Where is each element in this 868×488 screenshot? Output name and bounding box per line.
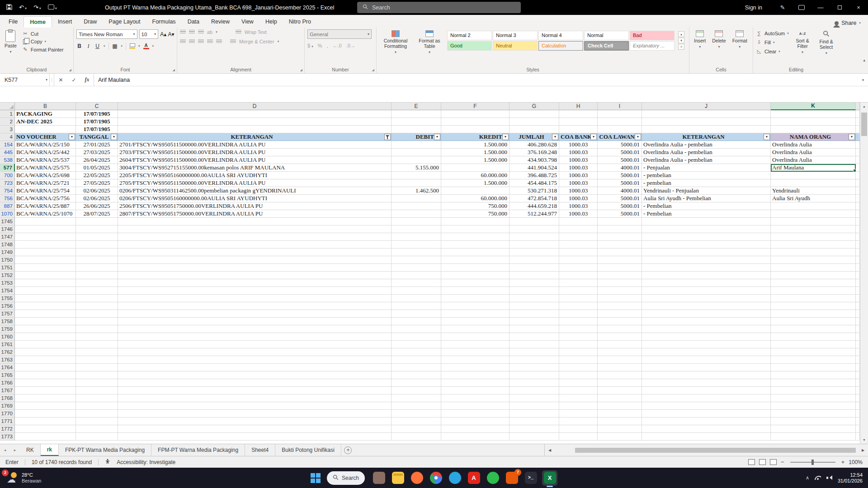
cell-K538[interactable]: Overlindra Aulia [771, 156, 856, 164]
cell-E1752[interactable] [392, 272, 441, 279]
cell-E1762[interactable] [392, 348, 441, 356]
sheet-tab-rk[interactable]: rk [41, 444, 59, 456]
cell-G3[interactable] [509, 126, 559, 133]
cell-B1756[interactable] [15, 302, 76, 310]
sheet-tab-bukti-potong-unifikasi[interactable]: Bukti Potong Unifikasi [275, 444, 341, 456]
cell-B538[interactable]: BCA/WARNA/25/537 [15, 156, 76, 164]
insert-function-button[interactable]: fx [80, 76, 94, 83]
cell-B1770[interactable] [15, 410, 76, 418]
cell-J1766[interactable] [642, 379, 771, 387]
cell-B1070[interactable]: BCA/WARNA/25/1070 [15, 210, 76, 218]
comma-style-button[interactable]: , [326, 43, 328, 48]
row-header-1070[interactable]: 1070 [0, 210, 15, 218]
cell-B1754[interactable] [15, 287, 76, 295]
align-middle-icon[interactable] [189, 30, 195, 34]
cell-B1749[interactable] [15, 249, 76, 256]
cell-D1754[interactable] [118, 287, 392, 295]
cell-H1750[interactable] [559, 256, 598, 264]
cell-C1758[interactable] [76, 318, 118, 325]
cell-D1748[interactable] [118, 241, 392, 249]
cell-G1751[interactable] [509, 264, 559, 272]
cell-K1756[interactable] [771, 302, 856, 310]
cell-x2[interactable] [856, 118, 860, 126]
cell-D887[interactable]: 2506/FTSCY/WS95051750000.00VERLINDRA AUL… [118, 202, 392, 210]
cell-K154[interactable]: Overlindra Aulia [771, 141, 856, 149]
cell-D1762[interactable] [118, 348, 392, 356]
cell-K1747[interactable] [771, 233, 856, 241]
normal-view-button[interactable] [748, 459, 755, 465]
filter-button-coa-lawan-7[interactable]: ▼ [635, 134, 641, 140]
cell-F1749[interactable] [441, 249, 509, 256]
cell-H1762[interactable] [559, 348, 598, 356]
cell-C3[interactable]: 17/07/1905 [76, 126, 118, 133]
cell-E1759[interactable] [392, 325, 441, 333]
cell-E1748[interactable] [392, 241, 441, 249]
cell-G445[interactable]: 376.169.248 [509, 149, 559, 156]
cell-E1757[interactable] [392, 310, 441, 318]
cell-D1768[interactable] [118, 394, 392, 402]
selected-cell[interactable]: Arif Maulana [771, 164, 856, 172]
cell-I1756[interactable] [598, 302, 642, 310]
cell-D1760[interactable] [118, 333, 392, 341]
style-chip-calculation[interactable]: Calculation [538, 41, 583, 51]
undo-button[interactable]: ↶▾ [19, 4, 27, 11]
cell-K1761[interactable] [771, 341, 856, 348]
cell-H887[interactable]: 1000.03 [559, 202, 598, 210]
cell-C154[interactable]: 27/01/2025 [76, 141, 118, 149]
cell-F1754[interactable] [441, 287, 509, 295]
cell-x1753[interactable] [856, 279, 860, 287]
cell-C1770[interactable] [76, 410, 118, 418]
cell-E2[interactable] [392, 118, 441, 126]
cell-I1754[interactable] [598, 287, 642, 295]
cell-K1770[interactable] [771, 410, 856, 418]
cell-E1766[interactable] [392, 379, 441, 387]
cell-G1771[interactable] [509, 418, 559, 425]
cell-H1767[interactable] [559, 387, 598, 394]
cell-E1763[interactable] [392, 356, 441, 364]
cell-H1764[interactable] [559, 364, 598, 371]
align-top-icon[interactable] [180, 30, 186, 34]
cell-K1746[interactable] [771, 225, 856, 233]
column-header-B[interactable]: B [15, 103, 76, 110]
cell-K445[interactable]: Overlindra Aulia [771, 149, 856, 156]
ribbon-tab-nitro-pro[interactable]: Nitro Pro [283, 16, 317, 28]
paste-button[interactable]: Paste ▾ [3, 29, 19, 66]
cell-I445[interactable]: 5000.01 [598, 149, 642, 156]
cell-I1771[interactable] [598, 418, 642, 425]
cell-F1753[interactable] [441, 279, 509, 287]
zoom-in-button[interactable]: + [841, 459, 845, 465]
align-center-icon[interactable] [189, 39, 195, 44]
cell-x1761[interactable] [856, 341, 860, 348]
cell-F1750[interactable] [441, 256, 509, 264]
cell-F154[interactable]: 1.500.000 [441, 141, 509, 149]
cell-B1759[interactable] [15, 325, 76, 333]
cell-H1746[interactable] [559, 225, 598, 233]
cell-B1745[interactable] [15, 218, 76, 225]
cell-x700[interactable] [856, 172, 860, 179]
cell-G1769[interactable] [509, 402, 559, 410]
cell-G1760[interactable] [509, 333, 559, 341]
cell-G1747[interactable] [509, 233, 559, 241]
cell-D445[interactable]: 2703/FTSCY/WS950511500000.00VERLINDRA AU… [118, 149, 392, 156]
row-header-1773[interactable]: 1773 [0, 433, 15, 441]
cell-D1769[interactable] [118, 402, 392, 410]
cell-G1772[interactable] [509, 425, 559, 433]
cell-G538[interactable]: 434.903.798 [509, 156, 559, 164]
cell-G1763[interactable] [509, 356, 559, 364]
cell-I1760[interactable] [598, 333, 642, 341]
cell-D154[interactable]: 2701/FTSCY/WS950511500000.00VERLINDRA AU… [118, 141, 392, 149]
cell-J1771[interactable] [642, 418, 771, 425]
expand-formula-bar-button[interactable]: ▾ [858, 74, 868, 86]
cell-C754[interactable]: 02/06/2025 [76, 187, 118, 195]
font-dialog-launcher[interactable]: ◢ [173, 68, 175, 72]
cell-E1756[interactable] [392, 302, 441, 310]
cell-C1773[interactable] [76, 433, 118, 441]
cell-J1751[interactable] [642, 264, 771, 272]
cell-I1764[interactable] [598, 364, 642, 371]
show-hidden-icons-button[interactable]: ∧ [806, 475, 809, 481]
cell-x1754[interactable] [856, 287, 860, 295]
gallery-down-button[interactable]: ▾ [678, 38, 684, 43]
filter-button-kredit-4[interactable]: ▼ [502, 134, 509, 140]
cell-H1758[interactable] [559, 318, 598, 325]
row-header-445[interactable]: 445 [0, 149, 15, 156]
